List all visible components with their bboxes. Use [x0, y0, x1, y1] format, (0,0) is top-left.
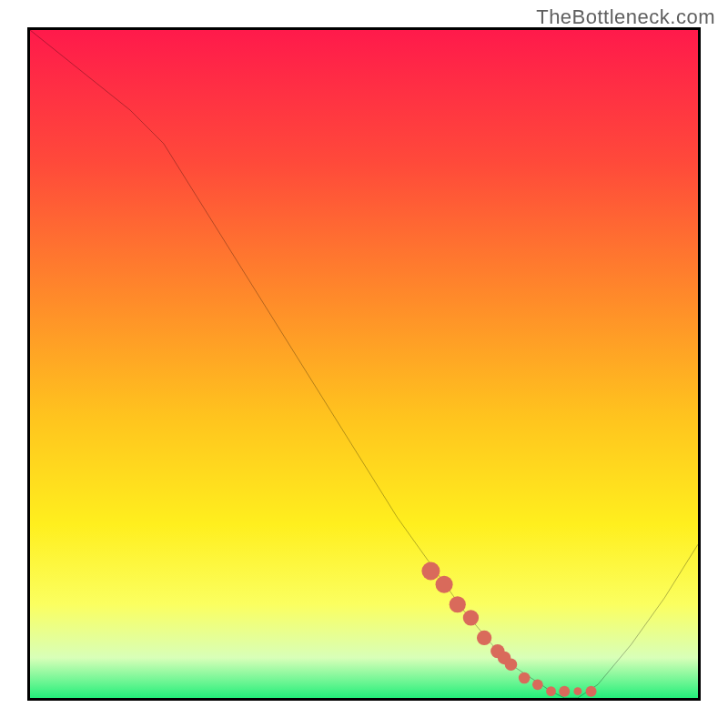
marker-dot — [477, 631, 491, 645]
marker-dot — [546, 686, 556, 696]
marker-dot — [450, 596, 466, 612]
marker-dot — [586, 686, 597, 697]
marker-dot — [505, 659, 518, 672]
marker-dot — [532, 679, 543, 690]
plot-svg — [30, 30, 698, 698]
marker-dot — [573, 687, 581, 695]
watermark-text: TheBottleneck.com — [536, 5, 715, 29]
marker-dot — [421, 562, 440, 581]
marker-dot — [559, 686, 570, 697]
plot-area — [27, 27, 701, 701]
marker-dot — [519, 672, 531, 684]
background-gradient — [30, 30, 698, 698]
marker-dot — [436, 576, 453, 593]
marker-dot — [463, 610, 479, 625]
chart-frame: TheBottleneck.com — [0, 0, 728, 728]
